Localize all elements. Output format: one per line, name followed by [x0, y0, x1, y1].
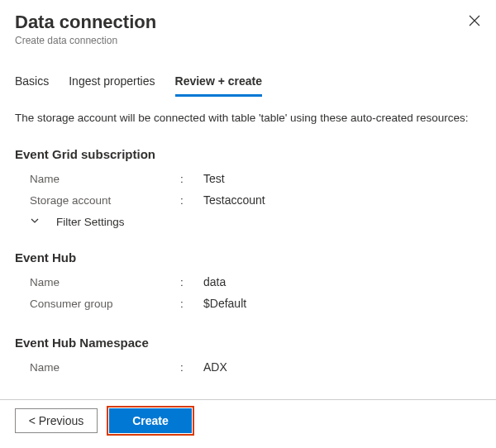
section-event-grid: Event Grid subscription Name : Test Stor… — [0, 132, 496, 236]
dialog-subtitle: Create data connection — [15, 35, 481, 46]
tab-ingest-properties[interactable]: Ingest properties — [69, 74, 155, 97]
tab-bar: Basics Ingest properties Review + create — [0, 51, 496, 97]
dialog-title: Data connection — [15, 12, 481, 33]
row-consumer-group: Consumer group : $Default — [15, 293, 481, 314]
separator: : — [180, 298, 203, 310]
previous-button[interactable]: < Previous — [15, 408, 98, 433]
value-consumer-group: $Default — [203, 297, 246, 310]
row-event-hub-name: Name : data — [15, 271, 481, 293]
dialog-header: Data connection Create data connection — [0, 0, 496, 51]
value-name: data — [203, 275, 226, 288]
event-hub-title: Event Hub — [15, 250, 481, 265]
row-event-grid-name: Name : Test — [15, 168, 481, 189]
separator: : — [180, 194, 203, 207]
row-namespace-name: Name : ADX — [15, 356, 481, 378]
namespace-title: Event Hub Namespace — [15, 336, 481, 350]
label-storage-account: Storage account — [15, 194, 180, 207]
separator: : — [180, 276, 203, 288]
tab-basics[interactable]: Basics — [15, 74, 49, 97]
label-name: Name — [15, 276, 180, 288]
section-event-hub-namespace: Event Hub Namespace Name : ADX — [0, 321, 496, 384]
chevron-down-icon — [30, 214, 40, 229]
row-storage-account: Storage account : Testaccount — [15, 189, 481, 211]
section-event-hub: Event Hub Name : data Consumer group : $… — [0, 236, 496, 321]
value-storage-account: Testaccount — [203, 193, 265, 207]
tab-review-create[interactable]: Review + create — [175, 74, 262, 97]
info-text: The storage account will be connected wi… — [0, 97, 496, 132]
value-name: Test — [203, 172, 225, 185]
separator: : — [180, 361, 203, 374]
separator: : — [180, 173, 203, 185]
label-name: Name — [15, 361, 180, 374]
filter-settings-label: Filter Settings — [56, 216, 125, 228]
filter-settings-expander[interactable]: Filter Settings — [15, 211, 481, 229]
label-name: Name — [15, 173, 180, 185]
label-consumer-group: Consumer group — [15, 298, 180, 310]
footer: < Previous Create — [0, 400, 496, 448]
close-button[interactable] — [465, 12, 484, 31]
event-grid-title: Event Grid subscription — [15, 147, 481, 161]
create-button[interactable]: Create — [109, 408, 192, 433]
close-icon — [469, 15, 480, 29]
value-name: ADX — [203, 360, 227, 374]
